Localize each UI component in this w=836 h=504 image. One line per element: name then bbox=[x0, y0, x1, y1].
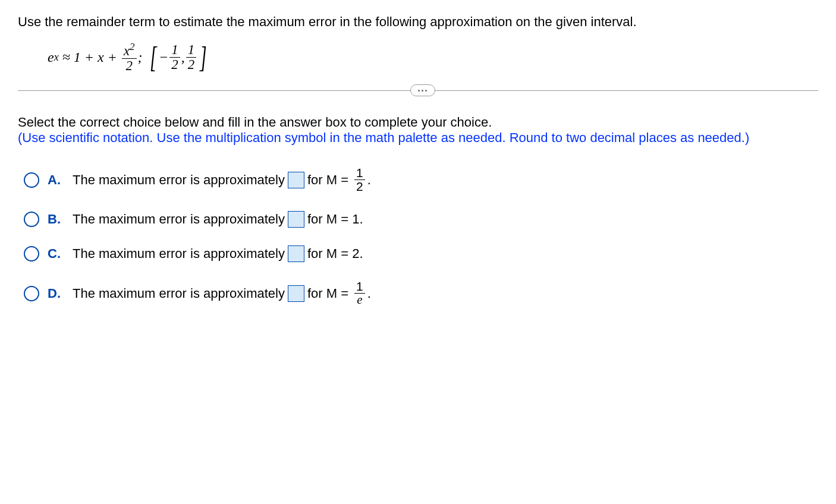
label-b: B. bbox=[48, 212, 62, 227]
interval-b: 1 2 bbox=[186, 43, 196, 72]
formula-display: ex ≈ 1 + x + x2 2 ; [ − 1 2 , 1 2 ] bbox=[48, 42, 818, 73]
label-c: C. bbox=[48, 246, 62, 262]
radio-b[interactable] bbox=[24, 212, 39, 227]
interval-a: 1 2 bbox=[169, 43, 180, 72]
frac-d-num: 1 bbox=[354, 280, 365, 294]
radio-a[interactable] bbox=[24, 172, 39, 188]
answer-input-d[interactable] bbox=[288, 285, 304, 302]
choice-c[interactable]: C. The maximum error is approximately fo… bbox=[24, 245, 818, 262]
radio-c[interactable] bbox=[24, 246, 39, 262]
neg-sign: − bbox=[159, 49, 168, 65]
text-d-after1: for M = bbox=[307, 286, 348, 301]
period-a: . bbox=[367, 172, 371, 188]
frac-a-den: 2 bbox=[354, 180, 365, 193]
instr-line2: (Use scientific notation. Use the multip… bbox=[18, 130, 749, 145]
frac-num-exp: 2 bbox=[130, 41, 135, 52]
instructions: Select the correct choice below and fill… bbox=[18, 115, 818, 146]
answer-input-b[interactable] bbox=[288, 211, 304, 228]
right-bracket: ] bbox=[200, 45, 207, 69]
b-den: 2 bbox=[186, 58, 196, 72]
text-b-after: for M = 1. bbox=[307, 212, 363, 227]
question-text: Use the remainder term to estimate the m… bbox=[18, 14, 818, 30]
text-d-before: The maximum error is approximately bbox=[73, 286, 285, 301]
a-num: 1 bbox=[169, 43, 180, 58]
text-a-before: The maximum error is approximately bbox=[73, 172, 285, 188]
frac-d: 1 e bbox=[354, 280, 365, 307]
expand-button[interactable] bbox=[410, 84, 435, 96]
frac-a: 1 2 bbox=[354, 166, 365, 193]
instr-line1: Select the correct choice below and fill… bbox=[18, 115, 492, 130]
ellipsis-icon bbox=[418, 90, 427, 92]
approx-sign: ≈ bbox=[62, 49, 70, 65]
answer-input-c[interactable] bbox=[288, 245, 304, 262]
answer-input-a[interactable] bbox=[288, 172, 304, 188]
frac-d-den: e bbox=[355, 294, 364, 307]
b-num: 1 bbox=[186, 43, 196, 58]
text-b-before: The maximum error is approximately bbox=[73, 212, 285, 227]
x2-over-2: x2 2 bbox=[122, 42, 137, 73]
comma: , bbox=[181, 49, 185, 65]
a-den: 2 bbox=[169, 58, 180, 72]
semicolon: ; bbox=[138, 49, 143, 65]
period-d: . bbox=[367, 286, 371, 301]
rhs-start: 1 + x + bbox=[74, 49, 117, 65]
text-c-before: The maximum error is approximately bbox=[73, 246, 285, 262]
choice-b[interactable]: B. The maximum error is approximately fo… bbox=[24, 211, 818, 228]
frac-num-var: x bbox=[124, 43, 130, 58]
choices-group: A. The maximum error is approximately fo… bbox=[18, 166, 818, 307]
frac-a-num: 1 bbox=[354, 166, 365, 180]
left-bracket: [ bbox=[149, 45, 156, 69]
lhs-exp: x bbox=[54, 51, 59, 64]
lhs-base: e bbox=[48, 49, 54, 65]
text-c-after: for M = 2. bbox=[307, 246, 363, 262]
text-a-after1: for M = bbox=[307, 172, 348, 188]
label-a: A. bbox=[48, 172, 62, 188]
choice-a[interactable]: A. The maximum error is approximately fo… bbox=[24, 166, 818, 193]
radio-d[interactable] bbox=[24, 286, 39, 301]
choice-d[interactable]: D. The maximum error is approximately fo… bbox=[24, 280, 818, 307]
frac-den: 2 bbox=[124, 59, 134, 73]
divider bbox=[18, 90, 818, 91]
label-d: D. bbox=[48, 286, 62, 301]
